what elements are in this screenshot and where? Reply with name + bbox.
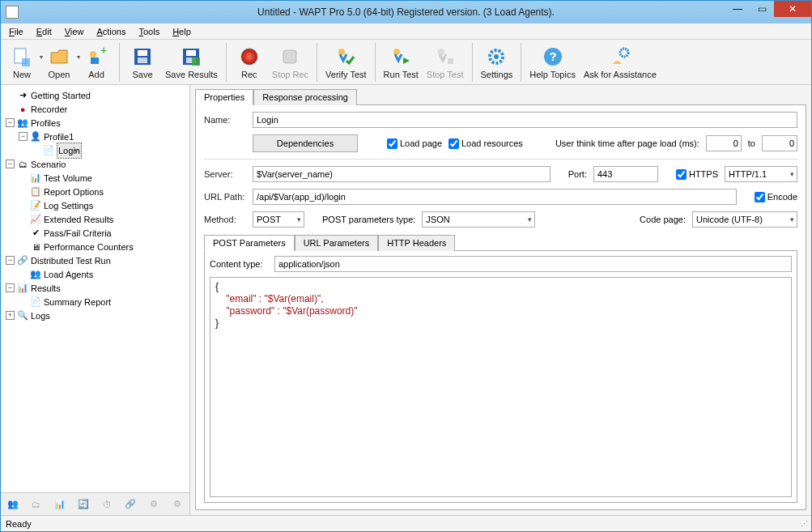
svg-point-2: [90, 51, 96, 57]
encode-checkbox[interactable]: Encode: [755, 192, 797, 202]
tree-report-options[interactable]: 📋Report Options: [2, 185, 188, 198]
minimize-button[interactable]: —: [725, 1, 750, 17]
tab-properties[interactable]: Properties: [195, 89, 253, 105]
menu-bar: File Edit View Actions Tools Help: [1, 23, 811, 40]
tree-pass-fail[interactable]: ✔Pass/Fail Criteria: [2, 226, 188, 240]
subtab-http-headers[interactable]: HTTP Headers: [378, 235, 455, 251]
tab-response-processing[interactable]: Response processing: [253, 89, 357, 105]
tree-profile1[interactable]: −👤Profile1: [2, 130, 188, 143]
ask-assistance-button[interactable]: Ask for Assistance: [580, 42, 660, 83]
tree-scenario[interactable]: −🗂Scenario: [2, 157, 188, 171]
port-label: Port:: [568, 169, 587, 179]
load-page-checkbox[interactable]: Load page: [387, 138, 442, 149]
mini-icon[interactable]: 📊: [52, 496, 68, 513]
app-window: Untitled - WAPT Pro 5.0 (64-bit) Registe…: [0, 0, 812, 532]
tree-perf-counters[interactable]: 🖥Performance Counters: [2, 240, 188, 253]
mini-icon[interactable]: ⚙: [146, 496, 162, 513]
method-select[interactable]: POST: [253, 211, 304, 228]
load-resources-checkbox[interactable]: Load resources: [449, 138, 523, 149]
https-checkbox[interactable]: HTTPS: [676, 169, 718, 180]
expand-icon[interactable]: +: [6, 311, 15, 320]
close-button[interactable]: ✕: [774, 1, 811, 17]
run-test-button[interactable]: Run Test: [380, 42, 422, 83]
port-input[interactable]: [593, 166, 658, 182]
collapse-icon[interactable]: −: [6, 256, 15, 265]
resize-grip-icon[interactable]: ⋰: [801, 520, 806, 528]
tree-summary[interactable]: 📄Summary Report: [2, 295, 188, 309]
code-page-label: Code page:: [640, 215, 686, 224]
think-time-label: User think time after page load (ms):: [555, 138, 699, 148]
window-title: Untitled - WAPT Pro 5.0 (64-bit) Registe…: [1, 6, 811, 18]
http-version-select[interactable]: HTTP/1.1: [725, 166, 797, 182]
svg-rect-3: [91, 57, 99, 64]
collapse-icon[interactable]: −: [6, 283, 15, 292]
mini-icon[interactable]: 🔗: [122, 496, 138, 513]
collapse-icon[interactable]: −: [6, 160, 15, 168]
stop-test-button: Stop Test: [423, 42, 467, 83]
request-body-editor[interactable]: { "email" : "$Var(email)", "password" : …: [210, 277, 792, 497]
ext-icon: 📈: [30, 214, 41, 225]
code-page-select[interactable]: Unicode (UTF-8): [692, 211, 797, 228]
menu-actions[interactable]: Actions: [91, 26, 130, 37]
tree-recorder[interactable]: ●Recorder: [2, 102, 188, 116]
think-time-to-input[interactable]: [762, 135, 797, 151]
menu-view[interactable]: View: [60, 26, 89, 37]
toolbar: New▾ Open▾ + Add Save Save Results Rec S…: [1, 40, 811, 85]
mini-icon[interactable]: 🗂: [28, 496, 45, 513]
tree-extended-results[interactable]: 📈Extended Results: [2, 212, 188, 226]
sidebar: ➜Getting Started ●Recorder −👥Profiles −👤…: [1, 85, 190, 515]
tree-results[interactable]: −📊Results: [2, 281, 188, 295]
mini-icon[interactable]: 👥: [5, 496, 21, 513]
to-label: to: [748, 138, 755, 148]
save-button[interactable]: Save: [125, 42, 160, 83]
svg-rect-18: [448, 58, 453, 64]
url-path-input[interactable]: [253, 189, 737, 205]
page-icon: 📄: [43, 145, 54, 156]
menu-edit[interactable]: Edit: [32, 26, 57, 37]
content-type-input[interactable]: [274, 256, 792, 272]
mini-icon[interactable]: 🔄: [75, 496, 91, 513]
menu-help[interactable]: Help: [168, 26, 196, 37]
volume-icon: 📊: [30, 172, 41, 184]
mini-icon[interactable]: ⚙: [169, 496, 185, 513]
tree-login[interactable]: 📄Login: [2, 143, 188, 157]
post-params-type-select[interactable]: JSON: [422, 211, 535, 228]
verify-test-button[interactable]: Verify Test: [322, 42, 370, 83]
open-button[interactable]: Open▾: [41, 42, 77, 83]
maximize-button[interactable]: ▭: [750, 1, 774, 17]
tree-logs[interactable]: +🔍Logs: [2, 309, 188, 322]
settings-button[interactable]: Settings: [478, 42, 517, 83]
help-button[interactable]: ? Help Topics: [526, 42, 579, 83]
subtab-post-parameters[interactable]: POST Parameters: [204, 235, 295, 251]
content-type-label: Content type:: [210, 259, 268, 269]
subtab-url-parameters[interactable]: URL Parameters: [295, 235, 379, 251]
add-button[interactable]: + Add: [79, 42, 114, 83]
tree-load-agents[interactable]: 👥Load Agents: [2, 267, 188, 281]
new-button[interactable]: New▾: [4, 42, 40, 83]
svg-rect-6: [138, 50, 147, 56]
collapse-icon[interactable]: −: [19, 132, 28, 141]
think-time-from-input[interactable]: [706, 135, 742, 151]
rec-button[interactable]: Rec: [232, 42, 267, 83]
save-results-button[interactable]: Save Results: [162, 42, 221, 83]
save-results-icon: [180, 45, 202, 68]
user-icon: 👤: [30, 131, 41, 143]
tree-profiles[interactable]: −👥Profiles: [2, 116, 188, 130]
tree-test-volume[interactable]: 📊Test Volume: [2, 171, 188, 185]
name-input[interactable]: [253, 112, 797, 128]
svg-text:+: +: [100, 46, 107, 57]
dependencies-button[interactable]: Dependencies: [253, 134, 358, 152]
tree-log-settings[interactable]: 📝Log Settings: [2, 198, 188, 212]
arrow-icon: ➜: [17, 90, 28, 101]
log-icon: 📝: [30, 200, 41, 211]
menu-tools[interactable]: Tools: [134, 26, 164, 37]
tree-dist-run[interactable]: −🔗Distributed Test Run: [2, 253, 188, 267]
svg-rect-13: [283, 50, 296, 63]
collapse-icon[interactable]: −: [6, 118, 15, 127]
nav-tree[interactable]: ➜Getting Started ●Recorder −👥Profiles −👤…: [1, 85, 189, 492]
svg-point-23: [620, 49, 628, 57]
server-input[interactable]: [253, 166, 551, 182]
mini-icon[interactable]: ⏱: [99, 496, 115, 513]
tree-getting-started[interactable]: ➜Getting Started: [2, 88, 188, 102]
menu-file[interactable]: File: [4, 26, 28, 37]
